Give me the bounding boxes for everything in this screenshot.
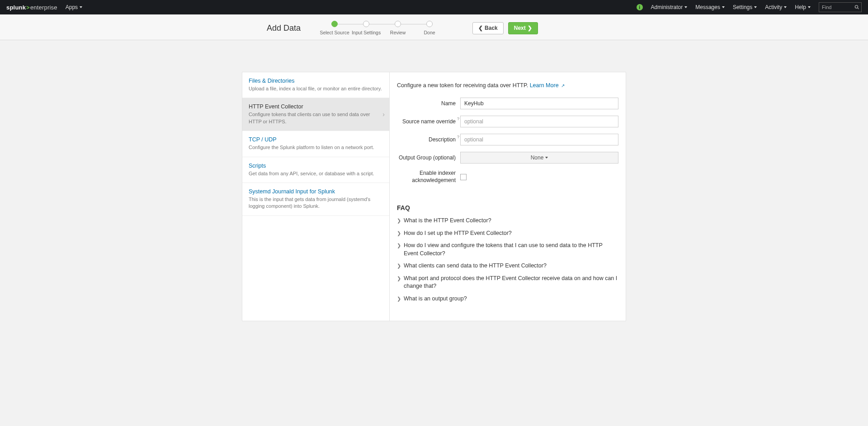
step-dot-icon	[331, 21, 338, 27]
step-label: Done	[424, 30, 435, 35]
caret-down-icon	[808, 6, 811, 8]
wizard-stepper: Select Source Input Settings Review Done	[319, 21, 445, 35]
dropdown-value: None	[531, 154, 544, 161]
brand-logo[interactable]: splunk>enterprise	[6, 4, 57, 11]
step-review[interactable]: Review	[382, 21, 414, 35]
chevron-right-icon: ›	[382, 111, 385, 118]
config-panel: Configure a new token for receiving data…	[390, 72, 626, 321]
help-label: Help	[795, 4, 806, 10]
brand-chevron-icon: >	[26, 4, 30, 11]
brand-prefix: splunk	[6, 4, 26, 11]
back-label: Back	[485, 25, 498, 31]
search-icon	[854, 5, 859, 10]
back-button[interactable]: ❮ Back	[472, 22, 504, 34]
faq-item[interactable]: ❯What is an output group?	[397, 295, 618, 303]
step-label: Input Settings	[352, 30, 381, 35]
label-text: Description	[429, 136, 456, 143]
source-desc: Configure tokens that clients can use to…	[249, 111, 383, 125]
brand-suffix: enterprise	[30, 4, 57, 11]
chevron-right-icon: ❯	[397, 295, 401, 302]
faq-question: How do I set up the HTTP Event Collector…	[404, 229, 512, 238]
step-dot-icon	[363, 21, 369, 27]
messages-label: Messages	[695, 4, 720, 10]
learn-more-label: Learn More	[530, 82, 559, 89]
intro-text: Configure a new token for receiving data…	[397, 82, 618, 89]
faq-item[interactable]: ❯How do I view and configure the tokens …	[397, 242, 618, 257]
svg-line-1	[858, 8, 859, 9]
source-title: HTTP Event Collector	[249, 103, 383, 110]
row-output-group: Output Group (optional) None	[397, 152, 618, 164]
external-link-icon: ↗	[561, 83, 565, 88]
caret-down-icon	[784, 6, 787, 8]
faq-question: What clients can send data to the HTTP E…	[404, 262, 547, 270]
help-icon[interactable]: ?	[457, 117, 459, 121]
step-done[interactable]: Done	[414, 21, 445, 35]
admin-label: Administrator	[651, 4, 683, 10]
step-input-settings[interactable]: Input Settings	[350, 21, 382, 35]
caret-down-icon	[722, 6, 725, 8]
source-desc: Get data from any API, service, or datab…	[249, 170, 383, 177]
faq-question: What is an output group?	[404, 295, 467, 303]
enable-ack-checkbox[interactable]	[460, 174, 467, 180]
caret-down-icon	[754, 6, 757, 8]
source-http-event-collector[interactable]: HTTP Event Collector Configure tokens th…	[242, 98, 389, 131]
label-output-group: Output Group (optional)	[397, 154, 460, 161]
source-override-input[interactable]	[460, 116, 618, 127]
apps-menu[interactable]: Apps	[66, 4, 82, 10]
source-systemd-journald[interactable]: Systemd Journald Input for Splunk This i…	[242, 183, 389, 216]
caret-down-icon	[80, 6, 82, 8]
faq-item[interactable]: ❯How do I set up the HTTP Event Collecto…	[397, 229, 618, 238]
messages-menu[interactable]: Messages	[695, 4, 725, 10]
label-text: Source name override	[402, 118, 456, 125]
row-enable-ack: Enable indexer acknowledgement	[397, 170, 618, 184]
faq-item[interactable]: ❯What port and protocol does the HTTP Ev…	[397, 275, 618, 290]
row-source-override: Source name override ?	[397, 116, 618, 127]
source-files-directories[interactable]: Files & Directories Upload a file, index…	[242, 72, 389, 98]
output-group-dropdown[interactable]: None	[460, 152, 618, 164]
name-input[interactable]	[460, 98, 618, 109]
faq-item[interactable]: ❯What clients can send data to the HTTP …	[397, 262, 618, 270]
faq-item[interactable]: ❯What is the HTTP Event Collector?	[397, 217, 618, 225]
svg-point-0	[855, 5, 858, 8]
label-description: Description ?	[397, 136, 460, 143]
faq-question: What is the HTTP Event Collector?	[404, 217, 491, 225]
source-title: Files & Directories	[249, 78, 383, 84]
label-source-override: Source name override ?	[397, 118, 460, 125]
chevron-left-icon: ❮	[478, 25, 483, 31]
source-tcp-udp[interactable]: TCP / UDP Configure the Splunk platform …	[242, 131, 389, 157]
source-desc: Configure the Splunk platform to listen …	[249, 144, 383, 151]
find-search	[819, 2, 862, 12]
caret-down-icon	[684, 6, 687, 8]
apps-label: Apps	[66, 4, 78, 10]
topbar: splunk>enterprise Apps i Administrator M…	[0, 0, 868, 14]
source-scripts[interactable]: Scripts Get data from any API, service, …	[242, 157, 389, 183]
step-dot-icon	[426, 21, 433, 27]
settings-menu[interactable]: Settings	[733, 4, 757, 10]
description-input[interactable]	[460, 134, 618, 145]
source-list: Files & Directories Upload a file, index…	[242, 72, 390, 321]
chevron-right-icon: ❯	[397, 275, 401, 282]
chevron-right-icon: ❯	[397, 262, 401, 269]
main-content: Files & Directories Upload a file, index…	[242, 72, 626, 321]
row-name: Name	[397, 98, 618, 109]
info-icon[interactable]: i	[637, 4, 643, 10]
intro-sentence: Configure a new token for receiving data…	[397, 82, 530, 89]
step-dot-icon	[395, 21, 401, 27]
help-icon[interactable]: ?	[457, 135, 459, 139]
learn-more-link[interactable]: Learn More ↗	[530, 82, 565, 89]
source-title: Systemd Journald Input for Splunk	[249, 188, 383, 195]
settings-label: Settings	[733, 4, 752, 10]
source-title: TCP / UDP	[249, 136, 383, 143]
activity-menu[interactable]: Activity	[765, 4, 787, 10]
chevron-right-icon: ❯	[397, 217, 401, 224]
administrator-menu[interactable]: Administrator	[651, 4, 688, 10]
step-select-source[interactable]: Select Source	[319, 21, 350, 35]
next-label: Next	[514, 25, 526, 31]
faq-question: How do I view and configure the tokens t…	[404, 242, 618, 257]
faq-heading: FAQ	[397, 204, 618, 211]
help-menu[interactable]: Help	[795, 4, 811, 10]
next-button[interactable]: Next ❯	[508, 22, 538, 34]
activity-label: Activity	[765, 4, 782, 10]
faq-question: What port and protocol does the HTTP Eve…	[404, 275, 618, 290]
label-enable-ack: Enable indexer acknowledgement	[397, 170, 460, 184]
